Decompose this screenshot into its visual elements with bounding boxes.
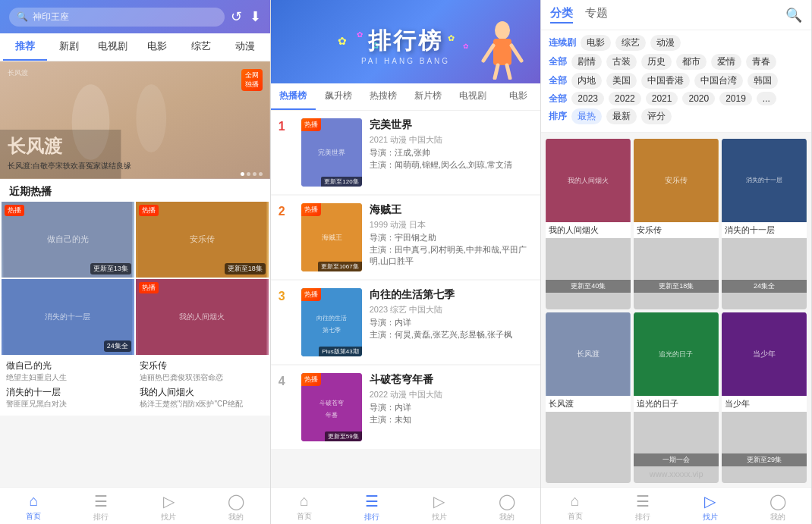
- p2-meta-4: 2022 动漫 中国大陆: [370, 389, 533, 400]
- p3-tag-city[interactable]: 都市: [676, 54, 707, 70]
- p3-ep-3: 24集全: [722, 280, 807, 293]
- p2-nav-profile[interactable]: ◯ 我的: [473, 492, 540, 522]
- p3-tag-hottest[interactable]: 最热: [571, 108, 602, 124]
- p3-grid-item-6[interactable]: 当少年 更新至29集 当少年: [722, 312, 807, 483]
- p2-item-4[interactable]: 4 斗破苍穹 年番 热播 更新至59集 斗破苍穹年番 2022 动漫 中国大陆 …: [271, 366, 541, 449]
- p1-nav-new[interactable]: 新剧: [47, 33, 91, 61]
- p3-filter-row-3: 全部 内地 美国 中国香港 中国台湾 韩国: [549, 73, 804, 89]
- p3-grid-item-4[interactable]: 长风渡 长风渡: [546, 312, 631, 483]
- p2-title-1: 完美世界: [370, 118, 533, 132]
- p3-name-3: 消失的十一层: [722, 222, 807, 238]
- p2-info-4: 斗破苍穹年番 2022 动漫 中国大陆 导演：内详 主演：未知: [370, 373, 533, 426]
- p3-tag-romance[interactable]: 爱情: [711, 54, 741, 70]
- p2-item-1[interactable]: 1 完美世界 热播 更新至120集 完美世界 2021 动漫 中国大陆 导演：汪…: [271, 111, 541, 194]
- p1-nav-profile[interactable]: ◯ 我的: [203, 492, 270, 522]
- p1-nav-find[interactable]: ▷ 找片: [135, 492, 203, 522]
- p2-hot-1: 热播: [301, 118, 321, 131]
- p2-nav-rank[interactable]: ☰ 排行: [338, 492, 406, 522]
- p3-filter-row-1: 连续剧 电影 综艺 动漫: [549, 35, 804, 51]
- p3-tag-2022[interactable]: 2022: [609, 92, 641, 105]
- p2-nav-home[interactable]: ⌂ 首页: [271, 492, 338, 522]
- p2-banner: ✿ ✿ ✿ ✿ ✿ 排行榜 PAI HANG BANG: [271, 0, 541, 83]
- p3-nav-find[interactable]: ▷ 找片: [676, 492, 744, 522]
- svg-text:当少年: 当少年: [753, 350, 776, 358]
- p3-ep-6: 更新至29集: [722, 453, 807, 466]
- history-icon[interactable]: ↺: [231, 8, 242, 25]
- p3-name-4: 长风渡: [546, 396, 631, 412]
- p2-item-2[interactable]: 2 海贼王 热播 更新至1067集 海贼王 1999 动漫 日本 导演：宇田钢之…: [271, 196, 541, 279]
- p3-tag-korea[interactable]: 韩国: [747, 73, 778, 89]
- p2-list: 1 完美世界 热播 更新至120集 完美世界 2021 动漫 中国大陆 导演：汪…: [271, 111, 541, 524]
- p1-nav-anime[interactable]: 动漫: [223, 33, 267, 61]
- grid-item-2[interactable]: 安乐传 热播 更新至18集: [136, 202, 269, 278]
- p3-tag-2021[interactable]: 2021: [646, 92, 678, 105]
- dot-1: [241, 172, 244, 176]
- p3-nav-rank[interactable]: ☰ 排行: [609, 492, 676, 522]
- p3-tag-usa[interactable]: 美国: [606, 73, 637, 89]
- grid-item-1[interactable]: 做自己的光 热播 更新至13集: [2, 202, 134, 278]
- p1-nav-rank[interactable]: ☰ 排行: [68, 492, 135, 522]
- p3-tag-movie[interactable]: 电影: [581, 35, 611, 51]
- p3-tag-costume[interactable]: 古装: [606, 54, 637, 70]
- p3-search-icon[interactable]: 🔍: [785, 7, 802, 24]
- p3-nav-profile[interactable]: ◯ 我的: [744, 492, 811, 522]
- p1-nav-movie[interactable]: 电影: [135, 33, 179, 61]
- p1-header: 🔍 神印王座 ↺ ⬇: [0, 0, 270, 33]
- p3-tag-newest[interactable]: 最新: [606, 108, 637, 124]
- panel-ranking: ✿ ✿ ✿ ✿ ✿ 排行榜 PAI HANG BANG 热播榜 飙升榜 热搜榜 …: [271, 0, 542, 524]
- grid-desc-4: 杨洋王楚然"消防x医护"CP绝配: [140, 399, 264, 409]
- p2-rank-2: 2: [279, 203, 294, 218]
- p2-sub-title: PAI HANG BANG: [361, 57, 450, 65]
- p2-cast-4: 主演：未知: [370, 414, 533, 425]
- p1-nav-home[interactable]: ⌂ 首页: [0, 492, 68, 522]
- p3-grid: 我的人间烟火 更新至40集 我的人间烟火 安乐传 更新至18集 安乐传 消失的十: [541, 133, 811, 524]
- p3-grid-item-2[interactable]: 安乐传 更新至18集 安乐传: [634, 139, 719, 309]
- p3-tag-score[interactable]: 评分: [641, 108, 672, 124]
- p2-item-3[interactable]: 3 向往的生活 第七季 热播 Plus版第43期 向往的生活第七季 2023 综…: [271, 281, 541, 364]
- profile-label: 我的: [228, 512, 244, 522]
- p3-tag-2023[interactable]: 2023: [571, 92, 604, 105]
- profile-icon-3: ◯: [770, 492, 786, 510]
- grid-label-3: 消失的十一层 警匪匣兄黑白对决: [2, 384, 135, 411]
- p1-nav-recommend[interactable]: 推荐: [3, 33, 47, 61]
- p1-banner-badge: 全网 独播: [241, 69, 263, 91]
- p2-cast-2: 主演：田中真弓,冈村明美,中井和哉,平田广明,山口胜平: [370, 244, 533, 267]
- p3-tag-anime[interactable]: 动漫: [650, 35, 681, 51]
- p3-tag-more-years[interactable]: ...: [757, 92, 776, 105]
- rank-icon-3: ☰: [636, 492, 650, 510]
- p3-tag-history[interactable]: 历史: [641, 54, 672, 70]
- home-icon-3: ⌂: [571, 492, 580, 510]
- p2-tab-movie[interactable]: 电影: [496, 83, 540, 110]
- download-icon[interactable]: ⬇: [250, 8, 261, 25]
- p3-tag-2019[interactable]: 2019: [719, 92, 752, 105]
- p3-grid-item-5[interactable]: 追光的日子 一期一会 追光的日子: [634, 312, 719, 483]
- p1-banner-subtitle: 长风渡:白敬亭宋轶欢喜冤家谋结良缘: [8, 161, 131, 171]
- p1-nav-tv[interactable]: 电视剧: [91, 33, 135, 61]
- p1-nav-variety[interactable]: 综艺: [179, 33, 223, 61]
- p3-grid-item-3[interactable]: 消失的十一层 24集全 消失的十一层: [722, 139, 807, 309]
- p3-thumb-6: 当少年: [722, 312, 807, 396]
- p2-tab-new[interactable]: 新片榜: [406, 83, 451, 110]
- p3-nav-home[interactable]: ⌂ 首页: [541, 492, 609, 522]
- p3-tag-drama[interactable]: 剧情: [571, 54, 602, 70]
- grid-item-3[interactable]: 消失的十一层 24集全: [2, 279, 134, 355]
- p3-name-5: 追光的日子: [634, 396, 719, 412]
- p3-tab-special[interactable]: 专题: [585, 6, 608, 24]
- p3-grid-item-1[interactable]: 我的人间烟火 更新至40集 我的人间烟火: [546, 139, 631, 309]
- p3-tag-hk[interactable]: 中国香港: [641, 73, 690, 89]
- p3-tag-mainland[interactable]: 内地: [571, 73, 602, 89]
- p2-nav-find[interactable]: ▷ 找片: [406, 492, 474, 522]
- p3-tag-variety[interactable]: 综艺: [615, 35, 646, 51]
- p2-info-3: 向往的生活第七季 2023 综艺 中国大陆 导演：内详 主演：何炅,黄磊,张艺兴…: [370, 288, 533, 341]
- p2-tab-rising[interactable]: 飙升榜: [316, 83, 360, 110]
- p2-tab-tv[interactable]: 电视剧: [451, 83, 496, 110]
- p1-search-box[interactable]: 🔍 神印王座: [9, 8, 225, 27]
- p2-tab-hot[interactable]: 热播榜: [271, 83, 316, 110]
- p3-tag-tw[interactable]: 中国台湾: [694, 73, 743, 89]
- p2-tab-search[interactable]: 热搜榜: [360, 83, 405, 110]
- p3-tab-category[interactable]: 分类: [550, 6, 573, 24]
- p1-banner[interactable]: 长风渡 长风渡 全网 独播 长风渡:白敬亭宋轶欢喜冤家谋结良缘: [0, 61, 270, 179]
- grid-item-4[interactable]: 我的人间烟火 热播: [136, 279, 269, 355]
- p3-tag-youth[interactable]: 青春: [746, 54, 776, 70]
- p3-tag-2020[interactable]: 2020: [682, 92, 715, 105]
